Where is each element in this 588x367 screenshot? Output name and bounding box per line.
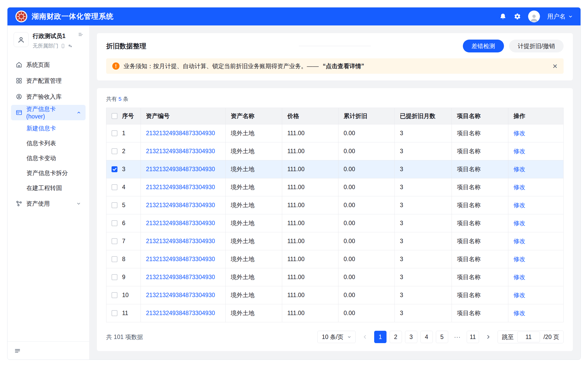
row-index: 10 bbox=[122, 292, 129, 298]
row-index: 11 bbox=[122, 310, 128, 316]
edit-link[interactable]: 修改 bbox=[513, 256, 525, 262]
brand: 湖南财政一体化管理系统 bbox=[15, 10, 114, 23]
user-avatar[interactable] bbox=[528, 11, 540, 22]
row-checkbox[interactable] bbox=[112, 256, 117, 262]
price-cell: 111.00 bbox=[282, 304, 338, 322]
asset-code-link[interactable]: 213213249384873304930 bbox=[146, 166, 215, 172]
table-row: 7213213249384873304930境外土地111.000.003项目名… bbox=[106, 232, 564, 250]
page-button[interactable]: 4 bbox=[420, 331, 433, 343]
page-button[interactable]: 2 bbox=[390, 331, 402, 343]
asset-code-link[interactable]: 213213249384873304930 bbox=[146, 220, 215, 226]
column-header: 已提折旧月数 bbox=[395, 108, 452, 124]
page-size-value: 10 条/页 bbox=[322, 333, 343, 341]
edit-link[interactable]: 修改 bbox=[513, 130, 525, 136]
accumulated-depreciation-cell: 0.00 bbox=[338, 286, 395, 304]
page-button[interactable]: 3 bbox=[405, 331, 417, 343]
user-menu[interactable]: 用户名 bbox=[547, 12, 573, 21]
table-row: 3213213249384873304930境外土地111.000.003项目名… bbox=[106, 160, 564, 178]
error-check-button[interactable]: 差错检测 bbox=[463, 40, 504, 52]
asset-name-cell: 境外土地 bbox=[226, 160, 282, 178]
accumulated-depreciation-cell: 0.00 bbox=[338, 214, 395, 232]
row-checkbox[interactable] bbox=[112, 238, 117, 244]
layout: 行政测试员1 无所属部门 系统页面 资产配置管理 bbox=[7, 25, 581, 360]
sidebar-item-asset-info-card[interactable]: 资产信息卡(hover) bbox=[11, 105, 86, 120]
asset-code-link[interactable]: 213213249384873304930 bbox=[146, 292, 215, 298]
chevron-up-icon bbox=[77, 110, 81, 115]
sidebar-subitem-info-card-split[interactable]: 资产信息卡拆分 bbox=[7, 166, 89, 180]
next-page-button[interactable] bbox=[483, 331, 494, 343]
top-header: 湖南财政一体化管理系统 用户名 bbox=[7, 7, 581, 25]
row-checkbox[interactable] bbox=[112, 130, 117, 136]
jump-page-input[interactable] bbox=[517, 332, 540, 342]
sidebar-submenu: 新建信息卡 信息卡列表 信息卡变动 资产信息卡拆分 在建工程转固 bbox=[7, 121, 89, 195]
row-checkbox[interactable] bbox=[112, 220, 117, 226]
grid-icon bbox=[16, 77, 22, 84]
edit-link[interactable]: 修改 bbox=[513, 148, 525, 154]
total-count: 共 101 项数据 bbox=[106, 333, 143, 341]
sidebar-subitem-info-card-list[interactable]: 信息卡列表 bbox=[7, 136, 89, 151]
asset-code-link[interactable]: 213213249384873304930 bbox=[146, 256, 215, 262]
asset-code-link[interactable]: 213213249384873304930 bbox=[146, 238, 215, 244]
sidebar-footer bbox=[7, 341, 89, 360]
notification-bell-icon[interactable] bbox=[499, 13, 507, 20]
table-row: 6213213249384873304930境外土地111.000.003项目名… bbox=[106, 214, 564, 232]
row-checkbox[interactable] bbox=[112, 202, 117, 208]
page-size-select[interactable]: 10 条/页 bbox=[317, 331, 355, 343]
jump-label: 跳至 bbox=[502, 333, 514, 341]
accumulated-depreciation-cell: 0.00 bbox=[338, 304, 395, 322]
edit-link[interactable]: 修改 bbox=[513, 274, 525, 280]
depreciation-months-cell: 3 bbox=[395, 304, 452, 322]
edit-link[interactable]: 修改 bbox=[513, 184, 525, 190]
sidebar-item-asset-config[interactable]: 资产配置管理 bbox=[11, 73, 86, 88]
row-checkbox[interactable] bbox=[112, 184, 117, 190]
row-checkbox[interactable] bbox=[112, 292, 117, 298]
notice-detail-link[interactable]: “点击查看详情” bbox=[323, 62, 364, 70]
collapse-menu-icon[interactable] bbox=[14, 347, 21, 354]
prev-page-button[interactable] bbox=[359, 331, 371, 343]
accumulated-depreciation-cell: 0.00 bbox=[338, 178, 395, 196]
asset-code-link[interactable]: 213213249384873304930 bbox=[146, 202, 215, 208]
row-checkbox[interactable] bbox=[112, 274, 117, 280]
asset-code-link[interactable]: 213213249384873304930 bbox=[146, 148, 215, 154]
pagination-controls: 10 条/页 12345···11 跳至 / bbox=[317, 331, 564, 343]
accumulated-depreciation-cell: 0.00 bbox=[338, 232, 395, 250]
close-icon[interactable]: × bbox=[553, 62, 557, 70]
edit-link[interactable]: 修改 bbox=[513, 166, 525, 172]
sidebar-subitem-new-info-card[interactable]: 新建信息卡 bbox=[7, 121, 89, 136]
asset-code-link[interactable]: 213213249384873304930 bbox=[146, 274, 215, 280]
asset-name-cell: 境外土地 bbox=[226, 178, 282, 196]
asset-code-link[interactable]: 213213249384873304930 bbox=[146, 184, 215, 190]
edit-link[interactable]: 修改 bbox=[513, 238, 525, 244]
edit-link[interactable]: 修改 bbox=[513, 202, 525, 208]
page-button[interactable]: 1 bbox=[374, 331, 387, 343]
sidebar-item-asset-usage[interactable]: 资产使用 bbox=[11, 196, 86, 211]
chevron-down-icon bbox=[568, 14, 573, 19]
page-button[interactable]: 5 bbox=[436, 331, 448, 343]
asset-code-link[interactable]: 213213249384873304930 bbox=[146, 310, 215, 316]
row-checkbox[interactable] bbox=[112, 166, 117, 172]
row-index: 7 bbox=[122, 238, 125, 244]
row-checkbox[interactable] bbox=[112, 148, 117, 154]
sidebar-user-meta: 行政测试员1 无所属部门 bbox=[33, 32, 73, 49]
asset-name-cell: 境外土地 bbox=[226, 124, 282, 142]
sidebar-subitem-construction-transfer[interactable]: 在建工程转固 bbox=[7, 180, 89, 195]
asset-code-link[interactable]: 213213249384873304930 bbox=[146, 130, 215, 136]
select-all-checkbox[interactable] bbox=[112, 113, 117, 119]
depreciation-revoke-button[interactable]: 计提折旧/撤销 bbox=[509, 40, 564, 52]
row-checkbox[interactable] bbox=[112, 310, 117, 316]
accumulated-depreciation-cell: 0.00 bbox=[338, 250, 395, 268]
asset-name-cell: 境外土地 bbox=[226, 268, 282, 286]
detail-list-icon[interactable] bbox=[78, 32, 84, 37]
edit-link[interactable]: 修改 bbox=[513, 310, 525, 316]
sidebar-item-asset-acceptance[interactable]: 资产验收入库 bbox=[11, 89, 86, 104]
sidebar-subitem-info-card-change[interactable]: 信息卡变动 bbox=[7, 151, 89, 166]
chat-bubbles-icon bbox=[68, 43, 73, 49]
asset-name-cell: 境外土地 bbox=[226, 250, 282, 268]
page-button[interactable]: 11 bbox=[467, 331, 479, 343]
edit-link[interactable]: 修改 bbox=[513, 220, 525, 226]
sidebar-item-system-page[interactable]: 系统页面 bbox=[11, 57, 86, 72]
price-cell: 111.00 bbox=[282, 250, 338, 268]
settings-gear-icon[interactable] bbox=[514, 13, 521, 20]
edit-link[interactable]: 修改 bbox=[513, 292, 525, 298]
pagination-bar: 共 101 项数据 10 条/页 12345···11 bbox=[106, 322, 564, 343]
